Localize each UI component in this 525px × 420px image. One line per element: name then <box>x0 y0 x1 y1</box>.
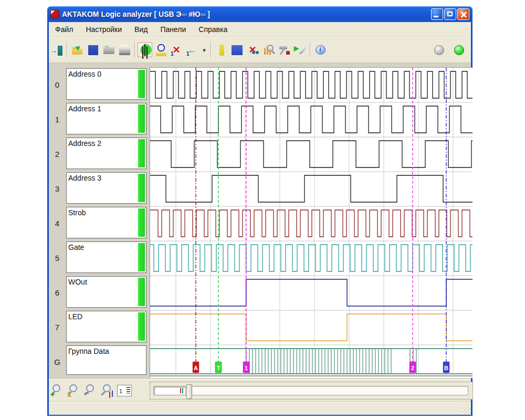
zoom-one-to-one-icon[interactable]: 1 <box>67 383 81 398</box>
print-icon[interactable] <box>117 43 132 57</box>
generator-edit-icon[interactable]: ▶ <box>292 43 307 57</box>
save-icon[interactable] <box>86 43 100 57</box>
menu-file[interactable]: Файл <box>49 23 79 36</box>
channel-label-box[interactable]: Address 1 <box>66 103 146 134</box>
channel-activity-bar <box>138 174 145 202</box>
goto-cursor-icon[interactable]: ←1 <box>185 43 200 57</box>
channel-label-box[interactable]: Gate <box>66 242 146 273</box>
menu-bar: Файл Настройки Вид Панели Справка <box>49 22 471 37</box>
status-bar <box>49 401 471 415</box>
channel-row-1: 1 Address 1 <box>49 102 150 136</box>
info-icon[interactable]: i <box>313 43 328 57</box>
channel-activity-bar <box>138 312 145 341</box>
svg-text:1: 1 <box>245 365 248 371</box>
channel-row-0: 0 Address 0 <box>49 67 150 102</box>
channel-number: 4 <box>49 206 66 240</box>
minimize-button[interactable] <box>431 8 443 20</box>
menu-panels[interactable]: Панели <box>154 23 192 36</box>
svg-text:B: B <box>444 365 448 371</box>
menu-settings[interactable]: Настройки <box>79 23 128 36</box>
channel-row-group: G Группа Data <box>49 344 150 379</box>
status-led-gray-icon[interactable] <box>432 43 446 57</box>
channel-activity-bar <box>138 208 145 237</box>
zoom-out-icon[interactable]: − <box>83 383 98 398</box>
svg-text:2: 2 <box>411 365 414 371</box>
position-panel <box>150 382 473 400</box>
channel-row-2: 2 Address 2 <box>49 136 150 171</box>
zoom-in-icon[interactable]: + <box>50 383 65 398</box>
channel-activity-bar <box>138 139 145 167</box>
channel-row-3: 3 Address 3 <box>49 171 150 206</box>
channel-label-box[interactable]: WOut <box>66 276 146 308</box>
channel-row-6: 6 WOut <box>49 275 150 310</box>
toolbar-separator <box>67 42 67 58</box>
samples-view-icon[interactable]: 1 <box>117 385 132 396</box>
channel-label-box[interactable]: Группа Data <box>66 345 146 375</box>
channel-number: 5 <box>49 240 66 275</box>
screenshot-stage: AKTAKOM Logic analyzer [ USB Э▫▫ #Ю▫▫ ] … <box>0 0 525 420</box>
zoom-to-cursors-icon[interactable] <box>100 383 115 398</box>
channel-label-box[interactable]: Strob <box>66 207 146 238</box>
waveform-area[interactable]: AT12B <box>150 67 473 378</box>
toolbar-separator <box>310 42 310 58</box>
visible-range-box <box>154 387 186 395</box>
channel-activity-bar <box>138 104 145 133</box>
svg-text:T: T <box>217 365 220 371</box>
cursor-dropdown-icon[interactable]: ▾ <box>201 43 208 57</box>
channel-number: 2 <box>49 136 66 171</box>
delete-cursor-icon[interactable]: ✕1 <box>169 43 184 57</box>
open-file-icon[interactable] <box>70 43 85 57</box>
app-icon <box>50 10 59 18</box>
channel-label-box[interactable]: Address 0 <box>66 68 146 100</box>
cursor-mark-red <box>180 388 181 393</box>
title-bar[interactable]: AKTAKOM Logic analyzer [ USB Э▫▫ #Ю▫▫ ] <box>47 6 472 22</box>
channel-row-4: 4 Strob <box>49 206 150 240</box>
channel-label-box[interactable]: LED <box>66 311 146 342</box>
device-connect-icon[interactable] <box>138 43 152 57</box>
ruler-icon[interactable] <box>214 43 228 57</box>
channel-number: 0 <box>49 67 66 102</box>
menu-help[interactable]: Справка <box>192 23 234 36</box>
channel-activity-bar <box>138 243 145 271</box>
screenshot-camera-icon[interactable] <box>101 43 116 57</box>
search-data-icon[interactable] <box>261 43 276 57</box>
resize-grip[interactable] <box>463 406 470 414</box>
channel-number: 1 <box>49 102 66 136</box>
channel-row-7: 7 LED <box>49 310 150 344</box>
channel-number: 3 <box>49 171 66 206</box>
exit-icon[interactable]: → <box>49 43 64 57</box>
channel-row-5: 5 Gate <box>49 240 150 275</box>
toolbar-separator <box>211 42 211 58</box>
app-window: AKTAKOM Logic analyzer [ USB Э▫▫ #Ю▫▫ ] … <box>47 6 472 416</box>
bottom-toolbar: + 1 − 1 <box>49 379 471 402</box>
measure-timer-icon[interactable] <box>153 43 168 57</box>
close-button[interactable] <box>457 8 469 20</box>
channel-number: 7 <box>49 310 66 344</box>
menu-view[interactable]: Вид <box>128 23 154 36</box>
measurements-table-icon[interactable] <box>229 43 244 57</box>
mask-off-icon[interactable]: ✕ <box>245 43 260 57</box>
window-title: AKTAKOM Logic analyzer [ USB Э▫▫ #Ю▫▫ ] <box>62 10 431 18</box>
position-slider-thumb[interactable] <box>186 384 192 399</box>
position-scrollbar-track[interactable] <box>153 386 468 395</box>
maximize-button[interactable] <box>444 8 456 20</box>
main-toolbar: → ✕1 ←1 ▾ ✕ ▶ i <box>49 37 471 63</box>
cursor-mark-teal <box>182 388 183 393</box>
channel-activity-bar <box>138 70 145 98</box>
toolbar-separator <box>134 42 135 58</box>
status-led-green-icon[interactable] <box>452 43 466 57</box>
channel-number: 6 <box>49 275 66 310</box>
waveform-canvas[interactable]: AT12B <box>150 68 472 377</box>
channel-activity-bar <box>138 278 145 306</box>
channel-label-box[interactable]: Address 3 <box>66 172 146 204</box>
tools-icon[interactable] <box>277 43 291 57</box>
main-area: 0 Address 0 1 Address 1 2 Address 2 3 Ad… <box>49 63 471 379</box>
svg-text:A: A <box>194 365 198 371</box>
channel-label-box[interactable]: Address 2 <box>66 138 146 169</box>
channel-number: G <box>49 344 66 379</box>
